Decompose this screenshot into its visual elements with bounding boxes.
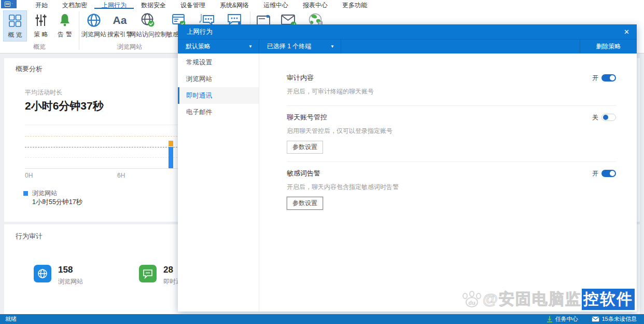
menu-tab-system-network[interactable]: 系统&网络 [213, 0, 256, 9]
unread-messages-button[interactable]: 15条未读信息 [592, 315, 637, 323]
chart-bar-other [169, 141, 173, 146]
toolbar-button-browse-site[interactable]: 浏览网站 [81, 10, 107, 42]
dialog-sidebar: 常规设置 浏览网站 即时通讯 电子邮件 [178, 53, 259, 312]
paw-icon: du [461, 291, 483, 308]
setting-title: 敏感词告警 [287, 169, 320, 178]
stat-browse-website: 158 浏览网站 [34, 265, 83, 286]
menu-tab-report-center[interactable]: 报表中心 [296, 0, 335, 9]
policy-dropdown-value: 默认策略 [186, 42, 211, 51]
sensitive-word-alert-toggle[interactable]: 开 [592, 169, 616, 178]
ribbon-group-label-overview: 概览 [0, 43, 79, 51]
legend-label: 浏览网站 [32, 189, 57, 198]
menu-tab-start[interactable]: 开始 [28, 0, 55, 9]
toolbar-button-overview[interactable]: 概 览 [3, 10, 27, 42]
terminal-dropdown[interactable]: 已选择 1 个终端 ▼ [259, 39, 341, 53]
bell-icon [54, 11, 76, 29]
x-axis-tick: 0H [25, 172, 33, 179]
watermark-highlight-text: 控软件 [582, 289, 635, 310]
dialog-nav-general-settings[interactable]: 常规设置 [178, 54, 259, 71]
app-menu-button[interactable]: ˇ [1, 0, 17, 8]
grid-icon [4, 12, 26, 30]
stat-label: 浏览网站 [58, 277, 83, 286]
task-center-label: 任务中心 [555, 315, 578, 323]
param-settings-button[interactable]: 参数设置 [287, 141, 323, 154]
watermark-text: @安固电脑监 [483, 289, 582, 310]
toggle-switch [601, 170, 616, 177]
menu-tab-device-management[interactable]: 设备管理 [173, 0, 213, 9]
menu-tab-data-security[interactable]: 数据安全 [134, 0, 173, 9]
setting-sensitive-word-alert: 敏感词告警 开 开启后，聊天内容包含指定敏感词时告警 参数设置 [287, 169, 616, 210]
chevron-down-icon: ˇ [11, 3, 12, 6]
toggle-switch [601, 74, 616, 82]
divider [287, 105, 616, 106]
toolbar-button-label: 告 警 [54, 30, 76, 39]
chart-bar-browse [169, 147, 173, 169]
legend-swatch [23, 191, 28, 196]
audit-content-toggle[interactable]: 开 [592, 74, 616, 83]
setting-title: 聊天账号管控 [287, 113, 327, 122]
menu-tab-ops-center[interactable]: 运维中心 [256, 0, 296, 9]
terminal-dropdown-value: 已选择 1 个终端 [267, 42, 311, 51]
search-engine-aa-icon: Aa [107, 11, 133, 29]
param-settings-button[interactable]: 参数设置 [287, 197, 323, 210]
toolbar-button-policy[interactable]: 策 略 [30, 10, 52, 42]
legend-value: 1小时55分钟17秒 [32, 198, 82, 207]
x-axis-tick: 6H [117, 172, 125, 179]
caret-down-icon: ▼ [330, 44, 334, 49]
toggle-state-label: 开 [592, 169, 598, 178]
setting-title: 审计内容 [287, 73, 314, 83]
dialog-titlebar: 上网行为 ✕ [178, 24, 637, 39]
dialog-content: 审计内容 开 开启后，可审计终端的聊天账号 聊天账号管控 关 [259, 53, 637, 312]
divider [287, 161, 616, 162]
dialog-body: 常规设置 浏览网站 即时通讯 电子邮件 审计内容 开 开启后，可审计终端的聊天账… [178, 53, 637, 312]
globe-check-icon [130, 11, 166, 29]
toolbar-button-label: 网站访问控制 [130, 30, 166, 39]
statusbar: 就绪 任务中心 15条未读信息 [0, 314, 644, 324]
dialog-nav-email[interactable]: 电子邮件 [178, 104, 259, 120]
avg-activity-value: 2小时6分钟37秒 [25, 99, 104, 113]
toggle-switch [601, 114, 616, 121]
panel-title: 概要分析 [16, 64, 43, 74]
toggle-state-label: 关 [592, 113, 598, 122]
caret-down-icon: ▼ [248, 44, 253, 49]
task-center-button[interactable]: 任务中心 [547, 315, 578, 323]
panel-title: 行为审计 [16, 232, 43, 241]
chat-account-control-toggle[interactable]: 关 [592, 113, 616, 122]
mail-icon [592, 316, 599, 322]
menubar: ˇ 开始 文档加密 上网行为 数据安全 设备管理 系统&网络 运维中心 报表中心… [0, 0, 644, 9]
dialog-title: 上网行为 [187, 28, 213, 36]
setting-description: 开启后，聊天内容包含指定敏感词时告警 [287, 183, 616, 192]
toggle-state-label: 开 [592, 74, 598, 83]
unread-messages-label: 15条未读信息 [602, 315, 637, 323]
globe-icon [81, 11, 107, 29]
sliders-icon [30, 11, 52, 29]
ribbon-group-label-browse: 浏览网站 [79, 43, 180, 51]
toolbar-button-label: 搜索引擎 [107, 30, 133, 39]
delete-policy-button[interactable]: 删除策略 [580, 39, 637, 53]
menu-tab-more-features[interactable]: 更多功能 [335, 0, 374, 9]
avg-activity-label: 平均活动时长 [25, 88, 62, 97]
setting-chat-account-control: 聊天账号管控 关 启用聊天管控后，仅可以登录指定账号 参数设置 [287, 113, 616, 154]
toolbar-button-search-engine[interactable]: Aa 搜索引擎 [107, 10, 133, 42]
close-icon[interactable]: ✕ [624, 29, 629, 35]
setting-audit-content: 审计内容 开 开启后，可审计终端的聊天账号 [287, 73, 616, 96]
setting-description: 启用聊天管控后，仅可以登录指定账号 [287, 127, 616, 136]
dialog-nav-instant-messaging[interactable]: 即时通讯 [178, 87, 259, 104]
globe-stat-icon [34, 265, 51, 282]
toolbar-button-alert[interactable]: 告 警 [54, 10, 76, 42]
dialog-action-bar: 默认策略 ▼ 已选择 1 个终端 ▼ 删除策略 [178, 39, 637, 53]
menu-tab-doc-encryption[interactable]: 文档加密 [55, 0, 94, 9]
toolbar-button-label: 策 略 [30, 30, 52, 39]
watermark: du @安固电脑监 控软件 [461, 289, 635, 310]
toolbar-button-site-access-control[interactable]: 网站访问控制 [130, 10, 166, 42]
toolbar-button-label: 浏览网站 [81, 30, 107, 39]
chart-legend: 浏览网站 [23, 189, 57, 198]
stat-value: 158 [58, 265, 83, 275]
chat-stat-icon [139, 265, 157, 282]
menu-tab-internet-behavior[interactable]: 上网行为 [94, 0, 134, 9]
download-icon [547, 316, 553, 322]
internet-behavior-dialog: 上网行为 ✕ 默认策略 ▼ 已选择 1 个终端 ▼ 删除策略 常规设置 浏览网站… [178, 24, 637, 312]
app-window-icon [5, 2, 10, 7]
policy-dropdown[interactable]: 默认策略 ▼ [178, 39, 259, 53]
dialog-nav-browse-website[interactable]: 浏览网站 [178, 71, 259, 87]
